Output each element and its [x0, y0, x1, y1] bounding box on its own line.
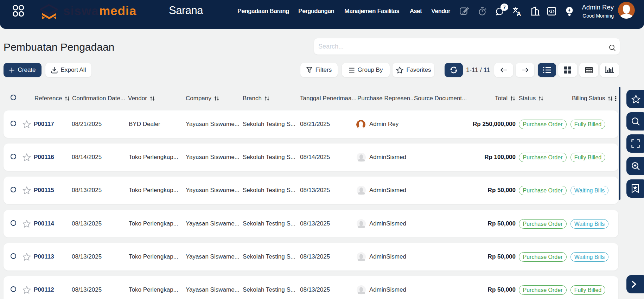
svg-text:A: A [517, 11, 521, 16]
